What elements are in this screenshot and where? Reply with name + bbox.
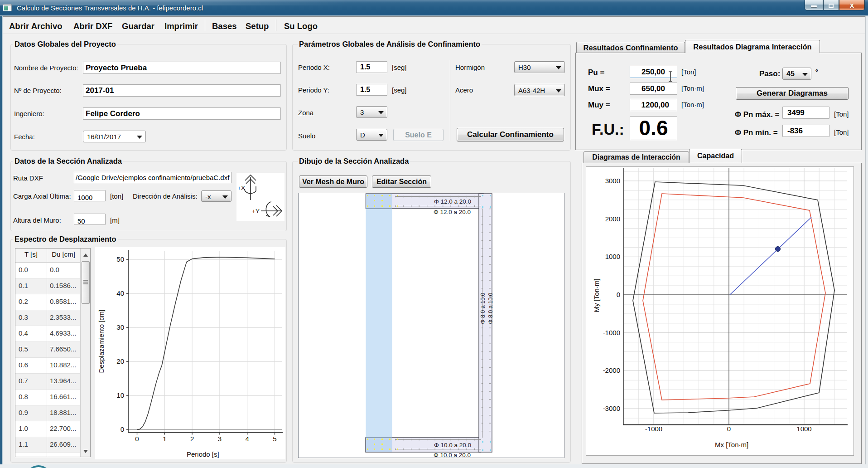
svg-text:+Y: +Y — [252, 208, 260, 214]
svg-text:0: 0 — [135, 435, 139, 443]
svg-text:5: 5 — [273, 435, 276, 443]
svg-text:Φ 10.0 a 20.0: Φ 10.0 a 20.0 — [434, 452, 471, 458]
svg-text:3: 3 — [218, 435, 222, 443]
svg-text:0: 0 — [727, 425, 731, 433]
svg-text:-1000: -1000 — [603, 329, 620, 336]
svg-text:-2000: -2000 — [603, 366, 620, 374]
svg-text:Φ 8.0 a 10.0: Φ 8.0 a 10.0 — [487, 292, 494, 324]
svg-text:0: 0 — [617, 291, 620, 298]
svg-text:Φ 8.0 a 10.0: Φ 8.0 a 10.0 — [480, 292, 486, 324]
svg-text:3000: 3000 — [605, 177, 620, 185]
svg-text:1000: 1000 — [796, 425, 811, 433]
svg-text:2: 2 — [190, 435, 194, 443]
svg-text:1: 1 — [163, 435, 166, 443]
svg-text:20: 20 — [116, 357, 124, 365]
svg-text:1000: 1000 — [605, 253, 620, 260]
svg-text:50: 50 — [116, 255, 124, 263]
svg-text:30: 30 — [116, 323, 124, 331]
svg-text:+X: +X — [237, 185, 245, 191]
svg-text:Φ 12.0 a 20.0: Φ 12.0 a 20.0 — [434, 198, 471, 205]
svg-text:2000: 2000 — [605, 215, 620, 223]
svg-text:-3000: -3000 — [603, 405, 620, 412]
svg-text:Φ 12.0 a 20.0: Φ 12.0 a 20.0 — [434, 209, 471, 215]
svg-text:40: 40 — [116, 289, 124, 297]
svg-text:Φ 10.0 a 20.0: Φ 10.0 a 20.0 — [434, 442, 471, 448]
svg-text:0: 0 — [121, 425, 124, 433]
svg-text:-1000: -1000 — [645, 425, 662, 433]
svg-text:4: 4 — [246, 435, 249, 443]
svg-text:10: 10 — [116, 391, 124, 399]
